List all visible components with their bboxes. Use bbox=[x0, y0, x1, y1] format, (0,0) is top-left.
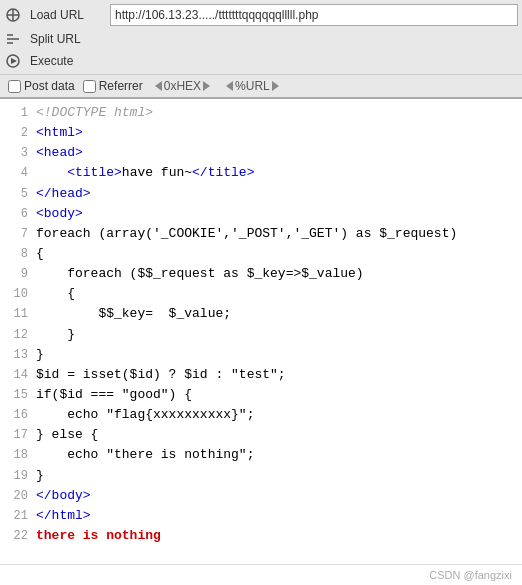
code-line: 17} else { bbox=[0, 425, 522, 445]
line-number: 12 bbox=[0, 326, 28, 345]
code-line: 15if($id === "good") { bbox=[0, 385, 522, 405]
load-url-icon bbox=[4, 6, 22, 24]
line-code: if($id === "good") { bbox=[36, 385, 192, 405]
line-number: 1 bbox=[0, 104, 28, 123]
line-code: { bbox=[36, 284, 75, 304]
line-code: <title>have fun~</title> bbox=[36, 163, 254, 183]
execute-icon bbox=[4, 52, 22, 70]
code-line: 2<html> bbox=[0, 123, 522, 143]
code-line: 18 echo "there is nothing"; bbox=[0, 445, 522, 465]
line-number: 19 bbox=[0, 467, 28, 486]
line-code: <!DOCTYPE html> bbox=[36, 103, 153, 123]
code-line: 16 echo "flag{xxxxxxxxxx}"; bbox=[0, 405, 522, 425]
referrer-label[interactable]: Referrer bbox=[83, 79, 143, 93]
line-code: <html> bbox=[36, 123, 83, 143]
line-code: $id = isset($id) ? $id : "test"; bbox=[36, 365, 286, 385]
hex-label: 0xHEX bbox=[164, 79, 201, 93]
line-code: echo "there is nothing"; bbox=[36, 445, 254, 465]
line-number: 15 bbox=[0, 386, 28, 405]
watermark-text: CSDN @fangzixi bbox=[429, 569, 512, 581]
post-data-label[interactable]: Post data bbox=[8, 79, 75, 93]
code-line: 20</body> bbox=[0, 486, 522, 506]
line-number: 18 bbox=[0, 446, 28, 465]
line-number: 5 bbox=[0, 185, 28, 204]
line-number: 2 bbox=[0, 124, 28, 143]
line-code: echo "flag{xxxxxxxxxx}"; bbox=[36, 405, 254, 425]
hex-left-arrow-icon bbox=[155, 81, 162, 91]
percent-right-arrow-icon bbox=[272, 81, 279, 91]
line-code: { bbox=[36, 244, 44, 264]
code-line: 11 $$_key= $_value; bbox=[0, 304, 522, 324]
code-line: 22there is nothing bbox=[0, 526, 522, 546]
watermark: CSDN @fangzixi bbox=[0, 564, 522, 585]
line-code: $$_key= $_value; bbox=[36, 304, 231, 324]
post-data-checkbox[interactable] bbox=[8, 80, 21, 93]
url-input[interactable] bbox=[110, 4, 518, 26]
percent-url-button[interactable]: %URL bbox=[222, 78, 283, 94]
line-code: there is nothing bbox=[36, 526, 161, 546]
hex-left-arrow-button[interactable]: 0xHEX bbox=[151, 78, 214, 94]
line-number: 9 bbox=[0, 265, 28, 284]
line-code: } bbox=[36, 325, 75, 345]
line-number: 4 bbox=[0, 164, 28, 183]
code-line: 7foreach (array('_COOKIE','_POST','_GET'… bbox=[0, 224, 522, 244]
code-line: 4 <title>have fun~</title> bbox=[0, 163, 522, 183]
line-number: 7 bbox=[0, 225, 28, 244]
line-number: 20 bbox=[0, 487, 28, 506]
line-number: 8 bbox=[0, 245, 28, 264]
line-number: 21 bbox=[0, 507, 28, 526]
line-code: <body> bbox=[36, 204, 83, 224]
line-code: </head> bbox=[36, 184, 91, 204]
code-line: 19} bbox=[0, 466, 522, 486]
split-url-icon bbox=[4, 30, 22, 48]
line-code: foreach (array('_COOKIE','_POST','_GET')… bbox=[36, 224, 457, 244]
hex-right-arrow-icon bbox=[203, 81, 210, 91]
svg-marker-7 bbox=[11, 58, 17, 64]
execute-button[interactable]: Execute bbox=[26, 53, 106, 69]
percent-left-arrow-icon bbox=[226, 81, 233, 91]
toolbar-row-load: Load URL bbox=[0, 2, 522, 28]
code-line: 3<head> bbox=[0, 143, 522, 163]
toolbar-row-split: Split URL bbox=[0, 28, 522, 50]
code-line: 6<body> bbox=[0, 204, 522, 224]
referrer-checkbox[interactable] bbox=[83, 80, 96, 93]
line-code: } bbox=[36, 466, 44, 486]
code-line: 5</head> bbox=[0, 184, 522, 204]
code-line: 14$id = isset($id) ? $id : "test"; bbox=[0, 365, 522, 385]
line-number: 10 bbox=[0, 285, 28, 304]
toolbar: Load URL Split URL Execute bbox=[0, 0, 522, 75]
line-code: </html> bbox=[36, 506, 91, 526]
line-number: 6 bbox=[0, 205, 28, 224]
code-line: 1<!DOCTYPE html> bbox=[0, 103, 522, 123]
line-number: 16 bbox=[0, 406, 28, 425]
code-line: 12 } bbox=[0, 325, 522, 345]
code-line: 9 foreach ($$_request as $_key=>$_value) bbox=[0, 264, 522, 284]
line-code: } bbox=[36, 345, 44, 365]
line-number: 13 bbox=[0, 346, 28, 365]
toolbar-row-execute: Execute bbox=[0, 50, 522, 72]
code-line: 13} bbox=[0, 345, 522, 365]
load-url-button[interactable]: Load URL bbox=[26, 7, 106, 23]
line-code: </body> bbox=[36, 486, 91, 506]
line-code: } else { bbox=[36, 425, 98, 445]
percent-label: %URL bbox=[235, 79, 270, 93]
line-number: 17 bbox=[0, 426, 28, 445]
code-line: 10 { bbox=[0, 284, 522, 304]
line-number: 14 bbox=[0, 366, 28, 385]
code-area: 1<!DOCTYPE html>2<html>3<head>4 <title>h… bbox=[0, 99, 522, 564]
line-number: 22 bbox=[0, 527, 28, 546]
options-bar: Post data Referrer 0xHEX %URL bbox=[0, 75, 522, 99]
code-line: 8{ bbox=[0, 244, 522, 264]
line-number: 3 bbox=[0, 144, 28, 163]
line-code: <head> bbox=[36, 143, 83, 163]
split-url-button[interactable]: Split URL bbox=[26, 31, 106, 47]
line-number: 11 bbox=[0, 305, 28, 324]
line-code: foreach ($$_request as $_key=>$_value) bbox=[36, 264, 364, 284]
code-line: 21</html> bbox=[0, 506, 522, 526]
